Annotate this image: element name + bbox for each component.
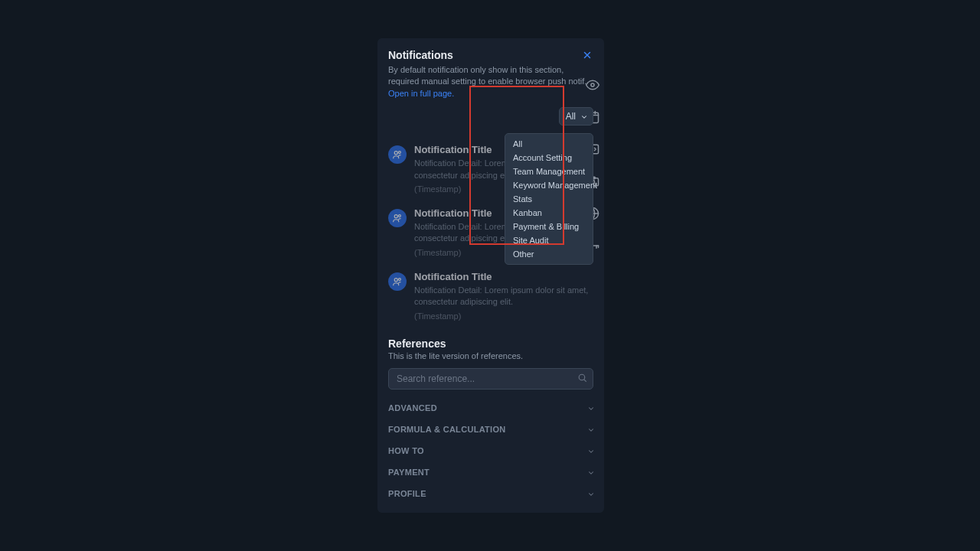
chevron-down-icon: [587, 405, 593, 411]
filter-option[interactable]: Account Setting: [505, 151, 593, 165]
filter-dropdown-button[interactable]: All: [559, 107, 593, 126]
chevron-down-icon: [587, 491, 593, 497]
search-icon: [577, 373, 587, 385]
filter-option[interactable]: Stats: [505, 192, 593, 206]
close-button[interactable]: [580, 47, 595, 63]
reference-item-label: PAYMENT: [388, 468, 430, 477]
filter-option[interactable]: Team Management: [505, 165, 593, 178]
panel-desc-text: By default notification only show in thi…: [388, 65, 586, 86]
filter-option[interactable]: Site Audit: [505, 233, 593, 247]
filter-row: All AllAccount SettingTeam ManagementKey…: [388, 107, 593, 126]
svg-point-6: [394, 278, 397, 281]
references-title: References: [388, 337, 593, 350]
chevron-down-icon: [587, 448, 593, 454]
reference-item[interactable]: PROFILE: [388, 486, 593, 501]
avatar: [388, 272, 407, 291]
filter-option[interactable]: Payment & Billing: [505, 220, 593, 233]
svg-point-3: [398, 152, 400, 154]
reference-item-label: HOW TO: [388, 446, 424, 455]
notification-timestamp: (Timestamp): [414, 311, 593, 321]
references-desc: This is the lite version of references.: [388, 351, 593, 360]
notification-item[interactable]: Notification TitleNotification Detail: L…: [388, 271, 593, 321]
filter-dropdown-menu[interactable]: AllAccount SettingTeam ManagementKeyword…: [505, 133, 593, 265]
notification-title: Notification Title: [414, 271, 593, 282]
notification-detail: Notification Detail: Lorem ipsum dolor s…: [414, 285, 593, 308]
close-icon: [582, 50, 593, 60]
avatar: [388, 209, 407, 227]
reference-item-label: FORMULA & CALCULATION: [388, 425, 506, 434]
open-full-page-link[interactable]: Open in full page.: [388, 89, 454, 98]
reference-item[interactable]: ADVANCED: [388, 400, 593, 416]
panel-header: Notifications By default notification on…: [388, 49, 593, 126]
reference-item-label: PROFILE: [388, 489, 426, 498]
filter-option[interactable]: Other: [505, 247, 593, 261]
filter-option[interactable]: Kanban: [505, 206, 593, 220]
chevron-down-icon: [587, 469, 593, 475]
reference-list: ADVANCEDFORMULA & CALCULATIONHOW TOPAYME…: [388, 400, 593, 501]
reference-search-input[interactable]: [388, 368, 593, 390]
chevron-down-icon: [587, 426, 593, 432]
svg-point-7: [398, 278, 400, 280]
notifications-panel: Notifications By default notification on…: [377, 38, 604, 513]
svg-point-8: [579, 374, 585, 380]
filter-selected-label: All: [566, 111, 576, 122]
panel-title: Notifications: [388, 49, 593, 61]
filter-option[interactable]: Keyword Management: [505, 178, 593, 192]
svg-point-2: [394, 152, 397, 155]
filter-option[interactable]: All: [505, 137, 593, 151]
svg-point-5: [398, 215, 400, 217]
svg-line-9: [584, 380, 586, 381]
reference-search: [388, 368, 593, 390]
avatar: [388, 145, 407, 164]
chevron-down-icon: [580, 113, 586, 119]
reference-item[interactable]: HOW TO: [388, 443, 593, 458]
svg-point-4: [394, 215, 397, 218]
reference-item[interactable]: FORMULA & CALCULATION: [388, 422, 593, 437]
notification-body: Notification TitleNotification Detail: L…: [414, 271, 593, 321]
reference-item-label: ADVANCED: [388, 403, 437, 412]
reference-item[interactable]: PAYMENT: [388, 465, 593, 480]
panel-description: By default notification only show in thi…: [388, 64, 593, 99]
